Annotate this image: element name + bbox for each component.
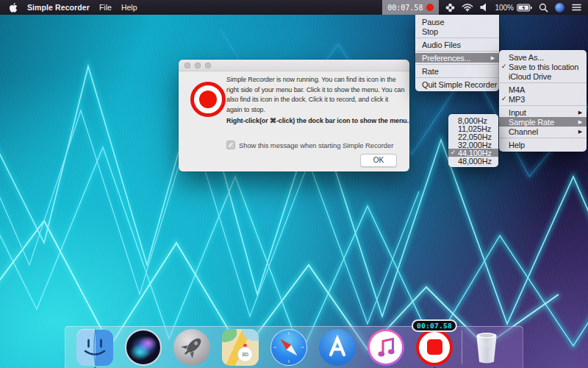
menu-item-channel[interactable]: Channel▶ (499, 127, 587, 136)
menu-help[interactable]: Help (121, 3, 137, 12)
menu-item-input[interactable]: Input▶ (499, 107, 587, 117)
menu-item-audio-files[interactable]: Audio Files (415, 40, 499, 49)
menu-separator (500, 138, 586, 138)
dock-separator (462, 330, 462, 364)
dialog-titlebar[interactable] (179, 60, 409, 71)
app-store-icon (319, 329, 356, 366)
record-app-icon (190, 82, 226, 117)
menu-item-11025hz[interactable]: 11,025Hz (448, 124, 498, 132)
dock: 3D 00:07.58 (65, 326, 523, 368)
menu-item-quit[interactable]: Quit Simple Recorder (415, 79, 499, 89)
menu-item-m4a[interactable]: M4A (499, 85, 587, 94)
menu-bar: Simple Recorder File Help 00:07.58 100% (0, 0, 588, 15)
menu-item-preferences[interactable]: Preferences...▶ (415, 53, 499, 63)
menu-item-help[interactable]: Help (499, 140, 587, 149)
menu-item-sample-rate[interactable]: Sample Rate▶ (499, 117, 587, 127)
menu-item-rate[interactable]: Rate (415, 66, 499, 76)
menu-item-22050hz[interactable]: 22,050Hz (448, 132, 498, 141)
itunes-icon (368, 329, 404, 366)
siri-app-icon (125, 329, 162, 366)
menu-bar-status: 00:07.58 100% (382, 0, 588, 15)
show-message-checkbox[interactable]: ✓ (226, 141, 235, 149)
spotlight-search-icon[interactable] (539, 3, 548, 13)
menu-item-48000hz[interactable]: 48,000Hz (448, 157, 498, 165)
menu-item-stop[interactable]: Stop (415, 26, 499, 36)
menu-separator (416, 64, 498, 65)
apple-menu-icon[interactable] (10, 3, 18, 13)
volume-icon[interactable] (480, 3, 488, 12)
notification-center-icon[interactable] (571, 3, 582, 12)
submenu-arrow-icon: ▶ (578, 119, 582, 125)
checkmark-icon: ✓ (448, 149, 458, 157)
desktop: Simple Recorder File Help 00:07.58 100% (0, 0, 588, 368)
record-dot-icon (426, 4, 434, 11)
launchpad-icon (173, 329, 210, 366)
recorder-menu: Pause Stop Audio Files Preferences...▶ R… (415, 15, 499, 91)
menu-separator (416, 77, 498, 78)
dock-item-finder[interactable] (76, 329, 113, 366)
menu-item-mp3[interactable]: ✓MP3 (499, 94, 587, 104)
menu-item-44100hz[interactable]: ✓44,100Hz (448, 149, 498, 157)
show-message-option: ✓ Show this message when starting Simple… (226, 141, 393, 149)
menu-separator (500, 105, 586, 106)
close-button[interactable] (184, 63, 190, 68)
checkbox-label: Show this message when starting Simple R… (239, 141, 393, 149)
battery-percent: 100% (495, 4, 514, 12)
sample-rate-submenu: 8,000Hz 11,025Hz 22,050Hz 32,000Hz ✓44,1… (448, 114, 498, 167)
dock-item-maps[interactable]: 3D (222, 329, 259, 366)
checkmark-icon: ✓ (499, 95, 509, 103)
maps-3d-badge: 3D (237, 347, 253, 362)
checkmark-icon: ✓ (499, 63, 509, 71)
menu-file[interactable]: File (99, 3, 112, 12)
menu-bar-left: Simple Recorder File Help (0, 0, 137, 15)
finder-icon (76, 329, 113, 366)
minimize-button[interactable] (195, 63, 201, 68)
app-menu-title[interactable]: Simple Recorder (27, 3, 90, 12)
menu-separator (416, 51, 498, 52)
menu-item-32000hz[interactable]: 32,000Hz (448, 141, 498, 149)
dock-item-trash[interactable] (471, 329, 502, 366)
wifi-icon[interactable] (462, 3, 473, 12)
dock-item-launchpad[interactable] (173, 329, 210, 366)
simple-recorder-icon (416, 329, 453, 366)
submenu-arrow-icon: ▶ (578, 129, 582, 135)
menu-item-8000hz[interactable]: 8,000Hz (448, 116, 498, 124)
menu-item-save-as[interactable]: Save As... (499, 52, 587, 62)
battery-status[interactable]: 100% (495, 4, 532, 12)
submenu-arrow-icon: ▶ (578, 110, 582, 116)
dock-item-app-store[interactable] (319, 329, 356, 366)
safari-icon (270, 329, 307, 366)
submenu-arrow-icon: ▶ (491, 55, 495, 61)
ok-button[interactable]: OK (360, 154, 397, 167)
dialog-message: Simple Recorder is now running. You can … (226, 75, 406, 115)
record-inner-dot (199, 91, 217, 108)
zoom-button[interactable] (205, 63, 211, 68)
battery-charging-icon (517, 4, 532, 12)
dock-item-simple-recorder[interactable]: 00:07.58 (416, 329, 453, 366)
menu-item-icloud-drive[interactable]: iCloud Drive (499, 71, 587, 81)
fan-icon[interactable] (445, 3, 455, 13)
dialog-body: Simple Recorder is now running. You can … (179, 71, 409, 171)
maps-icon: 3D (222, 329, 259, 366)
menu-item-pause[interactable]: Pause (415, 17, 499, 26)
recorder-status-item[interactable]: 00:07.58 (382, 0, 439, 15)
dialog-note: Right-click(or ⌘-click) the dock bar ico… (226, 117, 409, 124)
dock-item-siri[interactable] (125, 329, 162, 366)
menu-bar-timer: 00:07.58 (387, 4, 423, 12)
recorder-timer-badge: 00:07.58 (412, 319, 457, 332)
dock-item-safari[interactable] (270, 329, 307, 366)
preferences-submenu: Save As... ✓Save to this location iCloud… (499, 50, 587, 152)
menu-separator (500, 82, 586, 83)
stop-square-icon (427, 339, 442, 355)
menu-separator (416, 38, 498, 38)
startup-dialog: Simple Recorder is now running. You can … (179, 60, 409, 171)
siri-icon[interactable] (555, 3, 564, 13)
dock-item-itunes[interactable] (368, 329, 404, 366)
trash-icon (471, 329, 502, 366)
menu-item-save-to-location[interactable]: ✓Save to this location (499, 62, 587, 71)
